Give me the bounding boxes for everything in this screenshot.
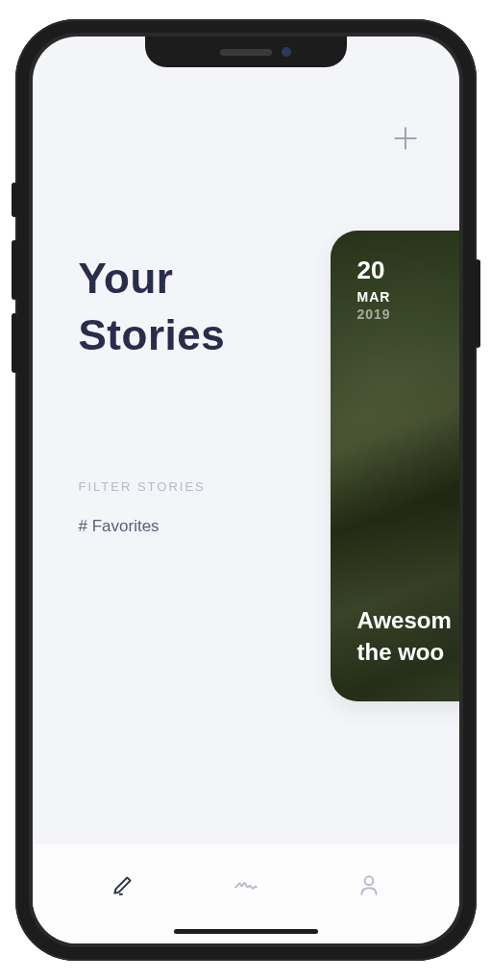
filter-value[interactable]: # Favorites <box>79 517 309 536</box>
title-line: Your <box>79 250 309 306</box>
svg-point-3 <box>364 876 373 885</box>
side-button <box>12 183 17 217</box>
story-card[interactable]: 20 MAR 2019 Awesom the woo <box>331 231 459 701</box>
side-button <box>12 313 17 373</box>
tab-profile[interactable] <box>350 866 388 904</box>
story-day: 20 <box>357 256 459 285</box>
top-bar <box>33 94 459 154</box>
pencil-icon <box>110 872 135 897</box>
title-line: Stories <box>79 306 309 363</box>
story-month: MAR <box>357 289 459 305</box>
side-button <box>12 240 17 300</box>
tab-write[interactable] <box>104 866 142 904</box>
story-year: 2019 <box>357 306 459 322</box>
story-title-line: Awesom <box>357 604 459 637</box>
add-story-button[interactable] <box>390 123 421 154</box>
story-title: Awesom the woo <box>357 604 459 669</box>
page-title: Your Stories <box>79 250 309 364</box>
story-title-line: the woo <box>357 636 459 669</box>
side-button <box>475 259 480 348</box>
story-date: 20 MAR 2019 <box>331 231 459 347</box>
home-indicator[interactable] <box>174 929 318 934</box>
plus-icon <box>390 123 421 154</box>
filter-label: FILTER STORIES <box>79 479 309 494</box>
profile-icon <box>356 872 381 897</box>
tab-activity[interactable] <box>227 866 265 904</box>
app-screen: Your Stories FILTER STORIES # Favorites … <box>33 37 459 943</box>
device-notch <box>145 37 347 67</box>
phone-frame: Your Stories FILTER STORIES # Favorites … <box>15 19 477 961</box>
filter-block: FILTER STORIES # Favorites <box>79 479 309 536</box>
activity-icon <box>233 872 258 897</box>
